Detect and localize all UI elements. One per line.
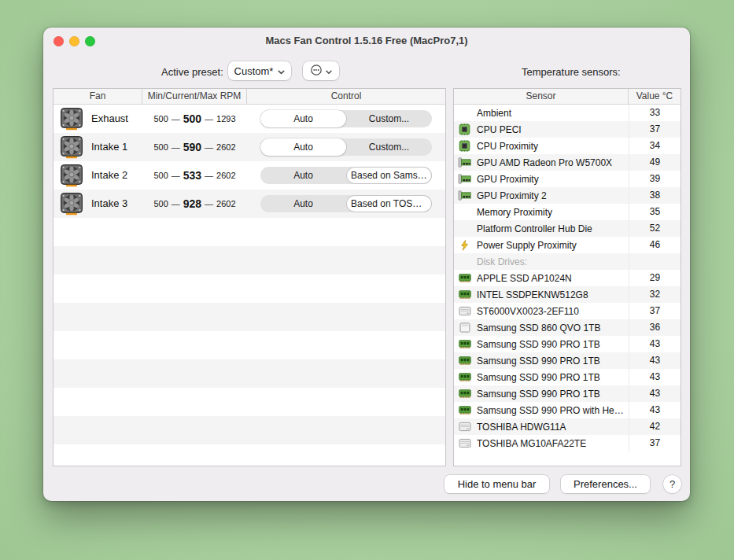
sensor-row[interactable]: CPU Proximity34: [454, 138, 681, 154]
preset-dropdown-value: Custom*: [234, 65, 274, 77]
rpm-current: 500: [183, 112, 201, 125]
ellipsis-circle-icon: [310, 64, 323, 79]
sensor-row[interactable]: Power Supply Proximity46: [454, 237, 681, 253]
sensor-row[interactable]: Platform Controller Hub Die52: [454, 220, 681, 237]
sensor-row[interactable]: Samsung SSD 860 QVO 1TB36: [454, 319, 681, 336]
ram-icon: [458, 289, 471, 300]
fan-custom-button[interactable]: Custom...: [346, 110, 432, 127]
hdd-icon: [458, 306, 471, 316]
sensor-name: Samsung SSD 990 PRO 1TB: [477, 372, 629, 383]
sensor-row[interactable]: Samsung SSD 990 PRO 1TB43: [454, 369, 681, 385]
preset-dropdown[interactable]: Custom*: [228, 61, 291, 80]
fan-table: Fan Min/Current/Max RPM Control Exhaust5…: [53, 88, 446, 466]
rpm-min: 500: [153, 114, 168, 123]
fan-auto-button[interactable]: Auto: [260, 167, 346, 184]
sensor-row[interactable]: Ambient33: [454, 105, 681, 121]
sensor-name: GPU Proximity 2: [477, 190, 629, 201]
sensor-name: Samsung SSD 990 PRO with Heat...: [477, 405, 629, 416]
fan-auto-button[interactable]: Auto: [260, 138, 346, 156]
hdd-icon: [458, 438, 471, 448]
sensor-value: 37: [629, 303, 681, 319]
bolt-icon: [458, 240, 471, 251]
window-title: Macs Fan Control 1.5.16 Free (MacPro7,1): [43, 28, 690, 54]
sensor-name: TOSHIBA MG10AFA22TE: [477, 438, 629, 449]
rpm-separator: —: [172, 171, 180, 180]
rpm-min: 500: [153, 199, 168, 208]
fan-row: Exhaust500—500—1293AutoCustom...: [53, 105, 445, 133]
fan-row: Intake 2500—533—2602AutoBased on Samsung…: [53, 161, 445, 190]
sensor-value: 46: [629, 237, 681, 253]
sensor-name: GPU AMD Radeon Pro W5700X: [477, 157, 629, 168]
fan-icon: [60, 107, 83, 131]
sensor-row[interactable]: Samsung SSD 990 PRO 1TB43: [454, 385, 681, 402]
sensor-value: 49: [629, 154, 681, 171]
sensor-name: Platform Controller Hub Die: [477, 223, 629, 234]
close-button[interactable]: [53, 36, 64, 46]
preset-actions-button[interactable]: [303, 61, 339, 80]
ssd-icon: [458, 322, 471, 333]
sensor-row[interactable]: GPU Proximity39: [454, 171, 681, 187]
sensor-name: Samsung SSD 990 PRO 1TB: [477, 389, 629, 400]
sensor-value: 38: [629, 187, 681, 204]
fan-icon: [60, 164, 83, 187]
sensor-row[interactable]: APPLE SSD AP1024N29: [454, 270, 681, 286]
sensor-row[interactable]: TOSHIBA HDWG11A42: [454, 418, 681, 435]
sensor-row[interactable]: GPU AMD Radeon Pro W5700X49: [454, 154, 681, 171]
sensor-row[interactable]: ST6000VX0023-2EF11037: [454, 303, 681, 319]
help-button[interactable]: ?: [663, 475, 681, 493]
temperature-sensors-label: Temperature sensors:: [522, 66, 621, 78]
sensor-row[interactable]: Memory Proximity35: [454, 204, 681, 220]
window-titlebar[interactable]: Macs Fan Control 1.5.16 Free (MacPro7,1): [43, 28, 690, 54]
sensor-row[interactable]: Samsung SSD 990 PRO 1TB43: [454, 352, 681, 369]
sensor-name: APPLE SSD AP1024N: [477, 273, 629, 284]
sensor-value: [629, 253, 681, 270]
sensor-row[interactable]: GPU Proximity 238: [454, 187, 681, 204]
fan-rpm-values: 500—500—1293: [142, 105, 247, 133]
rpm-column-header[interactable]: Min/Current/Max RPM: [142, 89, 247, 104]
fan-column-header[interactable]: Fan: [53, 89, 142, 104]
rpm-separator: —: [205, 142, 213, 152]
fan-custom-button[interactable]: Custom...: [346, 138, 432, 156]
sensor-name: Samsung SSD 860 QVO 1TB: [477, 322, 629, 333]
sensor-section-row: Disk Drives:: [454, 253, 681, 270]
ram-icon: [458, 389, 471, 399]
hide-to-menu-bar-button[interactable]: Hide to menu bar: [444, 475, 549, 493]
fan-control-segment: AutoBased on TOSHIBA...: [260, 195, 432, 212]
fan-custom-button[interactable]: Based on Samsung...: [346, 167, 432, 184]
fan-custom-button[interactable]: Based on TOSHIBA...: [346, 195, 432, 212]
sensor-name: Samsung SSD 990 PRO 1TB: [477, 356, 629, 367]
sensor-row[interactable]: Samsung SSD 990 PRO with Heat...43: [454, 402, 681, 418]
gpu-icon: [458, 190, 471, 201]
preferences-button[interactable]: Preferences...: [561, 475, 650, 493]
zoom-button[interactable]: [85, 36, 95, 46]
sensor-row[interactable]: INTEL SSDPEKNW512G832: [454, 286, 681, 303]
chevron-down-icon: [278, 65, 285, 77]
sensor-table-header: Sensor Value °C: [454, 89, 681, 105]
rpm-separator: —: [205, 114, 213, 123]
rpm-min: 500: [153, 171, 168, 180]
fan-auto-button[interactable]: Auto: [260, 195, 346, 212]
rpm-separator: —: [172, 114, 180, 123]
gpu-icon: [458, 174, 471, 184]
ram-icon: [458, 405, 471, 415]
sensor-row[interactable]: CPU PECI37: [454, 121, 681, 138]
fan-name: Intake 1: [91, 133, 127, 161]
fan-name: Intake 2: [91, 161, 127, 190]
sensor-value: 39: [629, 171, 681, 187]
sensor-name: Memory Proximity: [477, 207, 629, 218]
sensor-value: 32: [629, 286, 681, 303]
ram-icon: [458, 372, 471, 382]
sensor-name: GPU Proximity: [477, 174, 629, 185]
fan-rpm-values: 500—590—2602: [142, 133, 247, 161]
control-column-header[interactable]: Control: [247, 89, 445, 104]
sensor-row[interactable]: Samsung SSD 990 PRO 1TB43: [454, 336, 681, 352]
sensor-column-header[interactable]: Sensor: [454, 89, 629, 104]
sensor-value: 43: [629, 369, 681, 385]
minimize-button[interactable]: [69, 36, 79, 46]
fan-icon: [60, 135, 83, 159]
sensor-name: ST6000VX0023-2EF110: [477, 306, 629, 317]
sensor-name: INTEL SSDPEKNW512G8: [477, 289, 629, 300]
value-column-header[interactable]: Value °C: [629, 89, 681, 104]
sensor-row[interactable]: TOSHIBA MG10AFA22TE37: [454, 435, 681, 451]
fan-auto-button[interactable]: Auto: [260, 110, 346, 127]
